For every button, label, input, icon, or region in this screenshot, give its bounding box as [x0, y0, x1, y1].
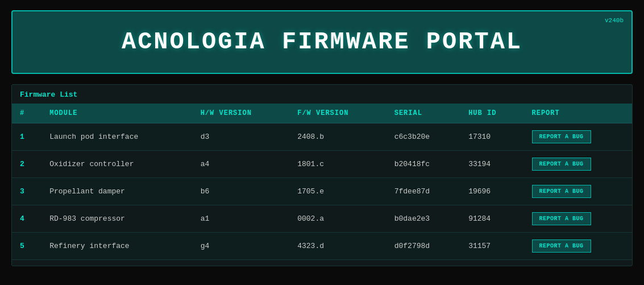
cell-hw: a1: [193, 205, 290, 233]
cell-hub_id: 33194: [460, 151, 523, 178]
firmware-list-label: Firmware List: [12, 85, 632, 104]
col-num: #: [12, 104, 41, 123]
version-badge: v240b: [605, 17, 624, 24]
cell-hub_id: 17310: [460, 123, 523, 151]
cell-serial: c6c3b20e: [387, 123, 460, 151]
report-bug-button-1[interactable]: REPORT A BUG: [532, 130, 591, 143]
firmware-section: Firmware List # MODULE H/W VERSION F/W V…: [11, 84, 633, 266]
col-hw: H/W VERSION: [193, 104, 290, 123]
col-fw: F/W VERSION: [289, 104, 387, 123]
table-row: 1Launch pod interfaced32408.bc6c3b20e173…: [12, 123, 632, 151]
cell-num: 3: [12, 178, 41, 205]
cell-fw: 4323.d: [289, 233, 387, 260]
cell-report: REPORT A BUG: [524, 233, 633, 260]
cell-hw: b6: [193, 178, 290, 205]
firmware-table: # MODULE H/W VERSION F/W VERSION SERIAL …: [12, 104, 632, 260]
cell-module: Propellant damper: [41, 178, 192, 205]
cell-report: REPORT A BUG: [524, 151, 633, 178]
col-hubid: HUB ID: [460, 104, 523, 123]
report-bug-button-4[interactable]: REPORT A BUG: [532, 212, 591, 225]
table-row: 3Propellant damperb61705.e7fdee87d19696R…: [12, 178, 632, 205]
report-bug-button-3[interactable]: REPORT A BUG: [532, 185, 591, 198]
report-bug-button-5[interactable]: REPORT A BUG: [532, 239, 591, 253]
cell-module: RD-983 compressor: [41, 205, 192, 233]
page-title: ACNOLOGIA FIRMWARE PORTAL: [24, 28, 620, 56]
table-row: 4RD-983 compressora10002.ab0dae2e391284R…: [12, 205, 632, 233]
col-serial: SERIAL: [387, 104, 460, 123]
cell-fw: 0002.a: [289, 205, 387, 233]
cell-module: Oxidizer controller: [41, 151, 192, 178]
cell-hub_id: 19696: [460, 178, 523, 205]
cell-num: 4: [12, 205, 41, 233]
cell-serial: b20418fc: [387, 151, 460, 178]
cell-serial: 7fdee87d: [387, 178, 460, 205]
cell-hub_id: 91284: [460, 205, 523, 233]
firmware-tbody: 1Launch pod interfaced32408.bc6c3b20e173…: [12, 123, 632, 260]
col-module: MODULE: [41, 104, 192, 123]
table-row: 5Refinery interfaceg44323.dd0f2798d31157…: [12, 233, 632, 260]
col-report: REPORT: [524, 104, 633, 123]
header-banner: v240b ACNOLOGIA FIRMWARE PORTAL: [11, 10, 633, 74]
cell-hw: a4: [193, 151, 290, 178]
cell-num: 5: [12, 233, 41, 260]
cell-serial: d0f2798d: [387, 233, 460, 260]
cell-fw: 2408.b: [289, 123, 387, 151]
cell-module: Launch pod interface: [41, 123, 192, 151]
cell-report: REPORT A BUG: [524, 123, 633, 151]
cell-module: Refinery interface: [41, 233, 192, 260]
cell-report: REPORT A BUG: [524, 178, 633, 205]
report-bug-button-2[interactable]: REPORT A BUG: [532, 158, 591, 171]
cell-hub_id: 31157: [460, 233, 523, 260]
cell-report: REPORT A BUG: [524, 205, 633, 233]
cell-hw: g4: [193, 233, 290, 260]
cell-fw: 1801.c: [289, 151, 387, 178]
cell-serial: b0dae2e3: [387, 205, 460, 233]
table-header: # MODULE H/W VERSION F/W VERSION SERIAL …: [12, 104, 632, 123]
cell-num: 2: [12, 151, 41, 178]
table-row: 2Oxidizer controllera41801.cb20418fc3319…: [12, 151, 632, 178]
cell-hw: d3: [193, 123, 290, 151]
cell-num: 1: [12, 123, 41, 151]
cell-fw: 1705.e: [289, 178, 387, 205]
